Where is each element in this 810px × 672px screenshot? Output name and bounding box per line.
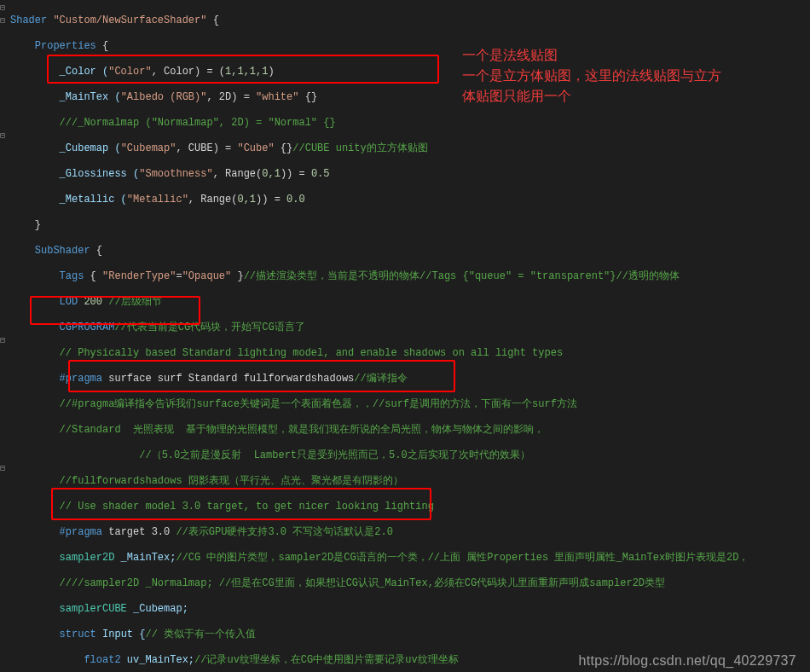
code-line: CGPROGRAM//代表当前是CG代码块，开始写CG语言了 [10,322,800,334]
code-line: _Metallic ("Metallic", Range(0,1)) = 0.0 [10,194,800,206]
code-line: Properties { [10,40,800,53]
code-line: // Use shader model 3.0 target, to get n… [10,501,800,513]
watermark: https://blog.csdn.net/qq_40229737 [579,654,796,667]
code-line: _Glossiness ("Smoothness", Range(0,1)) =… [10,168,800,181]
code-line: //#pragma编译指令告诉我们surface关键词是一个表面着色器，，//s… [10,398,800,411]
code-line: SubShader { [10,245,800,258]
code-line: //（5.0之前是漫反射 Lambert只是受到光照而已，5.0之后实现了次时代… [10,449,800,462]
code-line: #pragma target 3.0 //表示GPU硬件支持3.0 不写这句话默… [10,526,800,539]
code-line: ///_Normalmap ("Normalmap", 2D) = "Norma… [10,117,800,130]
annotation-cubemap-1: 一个是立方体贴图，这里的法线贴图与立方 [462,67,721,85]
code-line: samplerCUBE _Cubemap; [10,603,800,616]
code-line: //fullforwardshadows 阴影表现（平行光、点光、聚光都是有阴影… [10,475,800,488]
code-line: struct Input {// 类似于有一个传入值 [10,629,800,641]
code-line: _MainTex ("Albedo (RGB)", 2D) = "white" … [10,91,800,104]
code-line: ////sampler2D _Normalmap; //但是在CG里面，如果想让… [10,577,800,590]
code-line: //Standard 光照表现 基于物理的光照模型，就是我们现在所说的全局光照，… [10,424,800,437]
code-line: // Physically based Standard lighting mo… [10,347,800,360]
code-line: #pragma surface surf Standard fullforwar… [10,373,800,385]
code-line: Tags { "RenderType"="Opaque" }//描述渲染类型，当… [10,270,800,283]
code-line: sampler2D _MainTex;//CG 中的图片类型，sampler2D… [10,552,800,565]
code-line: Shader "Custom/NewSurfaceShader" { [10,14,800,27]
code-editor: Shader "Custom/NewSurfaceShader" { Prope… [10,2,800,672]
code-line: LOD 200 //层级细节 [10,296,800,309]
annotation-normalmap: 一个是法线贴图 [462,46,558,65]
annotation-cubemap-2: 体贴图只能用一个 [462,87,571,106]
code-line: _Cubemap ("Cubemap", CUBE) = "Cube" {}//… [10,142,800,155]
code-line: } [10,219,800,232]
